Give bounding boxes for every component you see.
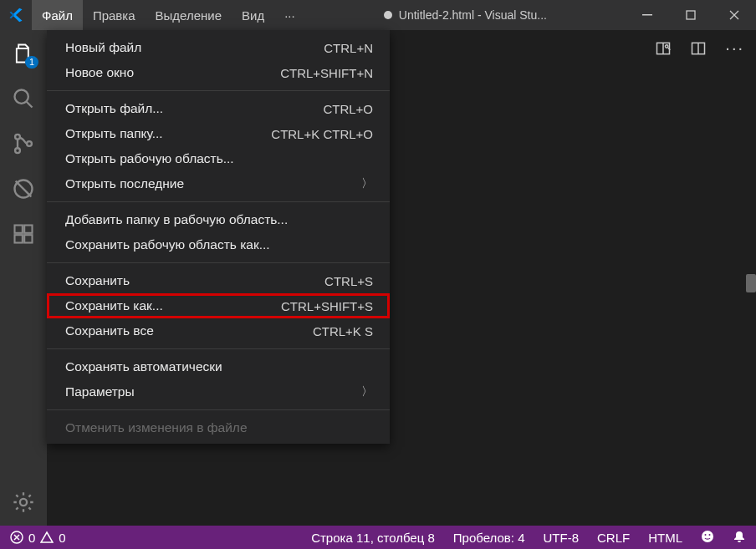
status-problems[interactable]: 0 0	[10, 531, 66, 545]
svg-point-5	[27, 141, 32, 146]
modified-dot-icon	[384, 11, 392, 19]
statusbar: 0 0 Строка 11, столбец 8 Пробелов: 4 UTF…	[0, 526, 756, 549]
svg-rect-10	[24, 226, 32, 233]
minimap[interactable]	[744, 30, 756, 526]
close-button[interactable]	[713, 0, 756, 30]
svg-point-17	[705, 534, 707, 536]
menu-item-save[interactable]: СохранитьCTRL+S	[47, 268, 390, 293]
feedback-smile-icon[interactable]	[701, 530, 714, 546]
menu-selection[interactable]: Выделение	[146, 0, 232, 30]
menu-edit[interactable]: Правка	[83, 0, 146, 30]
status-error-count: 0	[28, 531, 35, 545]
menu-item-save-as[interactable]: Сохранить как...CTRL+SHIFT+S	[47, 293, 390, 318]
menu-item-preferences[interactable]: Параметры〉	[47, 379, 390, 404]
explorer-badge: 1	[25, 56, 38, 69]
window-title-text: Untitled-2.html - Visual Stu...	[399, 8, 547, 22]
window-title: Untitled-2.html - Visual Stu...	[305, 8, 626, 22]
warning-icon	[40, 531, 54, 544]
chevron-right-icon: 〉	[361, 176, 373, 191]
minimap-marker	[746, 274, 756, 292]
svg-point-18	[709, 534, 711, 536]
status-warning-count: 0	[59, 531, 65, 545]
menu-separator	[47, 409, 390, 410]
file-menu-dropdown: Новый файлCTRL+N Новое окноCTRL+SHIFT+N …	[47, 30, 390, 444]
svg-point-2	[15, 90, 28, 104]
svg-rect-9	[24, 235, 32, 242]
svg-rect-1	[687, 11, 695, 19]
menu-item-autosave[interactable]: Сохранять автоматически	[47, 354, 390, 379]
menu-more[interactable]: ···	[274, 0, 305, 30]
svg-point-11	[20, 499, 27, 506]
menu-item-save-workspace[interactable]: Сохранить рабочую область как...	[47, 232, 390, 257]
extensions-icon[interactable]	[10, 221, 37, 247]
window-controls	[626, 0, 756, 30]
bell-icon[interactable]	[733, 530, 746, 546]
vscode-logo-icon	[0, 7, 32, 23]
debug-icon[interactable]	[10, 175, 37, 202]
menu-item-open-workspace[interactable]: Открыть рабочую область...	[47, 146, 390, 171]
editor-actions: ···	[655, 38, 744, 58]
menu-item-save-all[interactable]: Сохранить всеCTRL+K S	[47, 318, 390, 343]
search-icon[interactable]	[10, 85, 37, 112]
svg-rect-8	[15, 235, 23, 242]
menu-item-open-recent[interactable]: Открыть последние〉	[47, 171, 390, 196]
settings-gear-icon[interactable]	[10, 489, 37, 516]
menu-item-open-folder[interactable]: Открыть папку...CTRL+K CTRL+O	[47, 121, 390, 146]
titlebar: Файл Правка Выделение Вид ··· Untitled-2…	[0, 0, 756, 30]
menu-file[interactable]: Файл	[32, 0, 83, 30]
status-encoding[interactable]: UTF-8	[543, 531, 579, 545]
menu-item-new-window[interactable]: Новое окноCTRL+SHIFT+N	[47, 60, 390, 85]
menubar: Файл Правка Выделение Вид ···	[32, 0, 305, 30]
status-line-col[interactable]: Строка 11, столбец 8	[311, 531, 435, 545]
svg-point-4	[15, 148, 20, 153]
svg-point-13	[666, 44, 668, 47]
svg-rect-7	[15, 226, 23, 233]
activitybar: 1	[0, 30, 47, 526]
menu-item-revert: Отменить изменения в файле	[47, 415, 390, 440]
status-language[interactable]: HTML	[648, 531, 682, 545]
error-icon	[10, 531, 23, 544]
more-actions-icon[interactable]: ···	[725, 38, 744, 58]
svg-rect-0	[642, 14, 652, 16]
status-eol[interactable]: CRLF	[597, 531, 630, 545]
chevron-right-icon: 〉	[361, 384, 373, 399]
split-preview-icon[interactable]	[655, 38, 672, 58]
explorer-icon[interactable]: 1	[10, 40, 37, 67]
menu-separator	[47, 201, 390, 202]
menu-item-new-file[interactable]: Новый файлCTRL+N	[47, 35, 390, 60]
menu-item-open-file[interactable]: Открыть файл...CTRL+O	[47, 96, 390, 121]
status-spaces[interactable]: Пробелов: 4	[453, 531, 525, 545]
menu-item-add-folder[interactable]: Добавить папку в рабочую область...	[47, 207, 390, 232]
menu-separator	[47, 90, 390, 91]
maximize-button[interactable]	[669, 0, 713, 30]
source-control-icon[interactable]	[10, 130, 37, 157]
split-editor-icon[interactable]	[690, 38, 707, 58]
minimize-button[interactable]	[626, 0, 669, 30]
svg-point-3	[15, 135, 20, 140]
svg-point-16	[702, 531, 713, 542]
menu-separator	[47, 262, 390, 263]
menu-view[interactable]: Вид	[232, 0, 274, 30]
menu-separator	[47, 348, 390, 349]
